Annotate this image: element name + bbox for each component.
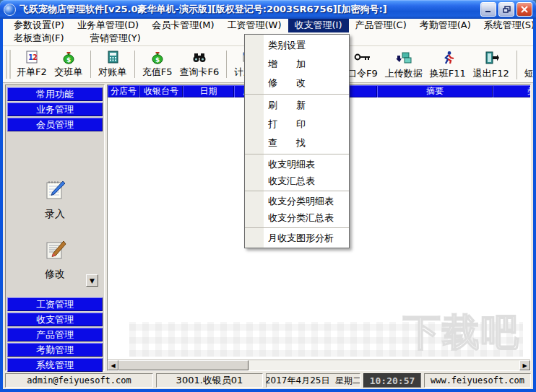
scroll-left-arrow[interactable]: ◀ <box>108 360 118 370</box>
svg-text:$: $ <box>66 56 71 64</box>
menu-row-1: 参数设置(P) 业务单管理(D) 会员卡管理(M) 工资管理(W) 收支管理(I… <box>3 19 533 32</box>
col-date[interactable]: 日期 <box>183 85 234 97</box>
sidebar-group-common[interactable]: 常用功能 <box>7 87 103 101</box>
calculator-icon <box>105 49 121 65</box>
sidebar-group-products[interactable]: 产品管理 <box>7 328 103 341</box>
income-expense-dropdown: 类别设置 增 加 修 改 刷 新 打 印 查 找 收支明细表 收支汇总表 收支分… <box>244 34 350 248</box>
horizontal-scrollbar[interactable]: ◀ ▶ <box>108 360 530 370</box>
sidebar-item-entry[interactable]: 录入 <box>43 177 67 221</box>
menu-marketing[interactable]: 营销管理(Y) <box>84 31 147 45</box>
running-person-icon <box>440 49 456 66</box>
reconcile-button[interactable]: 对账单 <box>95 48 131 81</box>
menu-item-refresh[interactable]: 刷 新 <box>245 96 349 115</box>
sms-platform-button[interactable]: 短信平台 <box>521 48 536 82</box>
menu-item-category-detail[interactable]: 收支分类明细表 <box>245 193 349 209</box>
moneybag-icon: $ <box>150 49 165 65</box>
svg-text:$: $ <box>155 56 160 64</box>
col-category[interactable]: 类别 <box>493 85 531 97</box>
minimize-icon <box>485 6 492 13</box>
minimize-button[interactable] <box>480 2 496 17</box>
menu-system[interactable]: 系统管理(S) <box>477 19 536 32</box>
menu-separator <box>245 94 349 95</box>
exit-button[interactable]: 退出F12 <box>470 48 513 82</box>
recharge-button[interactable]: $ 充值F5 <box>139 48 176 81</box>
status-bar: admin@feiyuesoft.com 3001.收银员01 2017年4月2… <box>3 372 533 389</box>
toolbar-separator <box>226 51 227 78</box>
scroll-right-arrow[interactable]: ▶ <box>519 360 530 370</box>
menu-separator <box>245 154 349 154</box>
toolbar-separator <box>90 51 91 78</box>
open-bill-button[interactable]: 12 开单F2 <box>13 48 51 81</box>
sidebar-item-label: 录入 <box>45 208 65 221</box>
upload-data-button[interactable]: 上传数据 <box>381 48 426 82</box>
sidebar-group-payroll[interactable]: 工资管理 <box>7 297 103 311</box>
sidebar-panel: 录入 修改 ▼ <box>7 132 103 297</box>
invoice-icon: 12 <box>24 49 40 65</box>
menu-item-print[interactable]: 打 印 <box>245 115 349 134</box>
menu-member-cards[interactable]: 会员卡管理(M) <box>145 19 220 32</box>
scrollbar-thumb[interactable] <box>118 360 248 370</box>
sidebar-group-system[interactable]: 系统管理 <box>7 358 103 372</box>
toolbar-separator <box>134 51 135 78</box>
change-shift-button[interactable]: 换班F11 <box>426 48 470 82</box>
close-icon <box>521 6 528 13</box>
upload-icon <box>395 49 412 66</box>
window-title: 飞跃宠物店管理软件[v25.0豪华单机-演示版][版权登记号:2003SR675… <box>20 3 478 16</box>
col-summary[interactable]: 摘要 <box>377 85 493 97</box>
menu-separator <box>245 227 349 228</box>
restore-icon <box>503 6 511 13</box>
status-cashier: 3001.收银员01 <box>156 373 263 388</box>
title-bar[interactable]: 飞跃宠物店管理软件[v25.0豪华单机-演示版][版权登记号:2003SR675… <box>0 0 536 19</box>
sidebar-more-button[interactable]: ▼ <box>86 274 98 287</box>
menu-item-summary-report[interactable]: 收支汇总表 <box>245 173 349 189</box>
menu-item-category-setup[interactable]: 类别设置 <box>245 36 349 55</box>
key-icon <box>353 49 372 66</box>
menu-products[interactable]: 产品管理(C) <box>349 19 413 32</box>
sidebar: 常用功能 业务管理 会员管理 录入 修改 <box>5 84 105 371</box>
menu-item-monthly-chart[interactable]: 月收支图形分析 <box>245 230 349 246</box>
app-window: 飞跃宠物店管理软件[v25.0豪华单机-演示版][版权登记号:2003SR675… <box>0 0 536 392</box>
exit-door-icon <box>483 49 500 66</box>
sidebar-group-business[interactable]: 业务管理 <box>7 103 103 116</box>
sidebar-group-income-expense[interactable]: 收支管理 <box>7 313 103 326</box>
menu-item-modify[interactable]: 修 改 <box>245 74 349 92</box>
notepad-pen-icon <box>43 177 67 204</box>
svg-text:2: 2 <box>33 53 38 61</box>
watermark-text: 下载吧 <box>403 308 520 358</box>
menu-separator <box>245 191 349 191</box>
restore-button[interactable] <box>498 2 514 17</box>
sidebar-group-attendance[interactable]: 考勤管理 <box>7 343 103 357</box>
toolbar-grip[interactable] <box>6 50 11 79</box>
status-clock: 10:20:57 <box>363 373 421 388</box>
scrollbar-track[interactable] <box>248 360 519 370</box>
toolbar-separator <box>516 51 517 79</box>
sidebar-group-members[interactable]: 会员管理 <box>7 118 103 131</box>
toolbar-right-group: 口令F9 上传数据 换班F11 <box>344 48 536 82</box>
binoculars-icon <box>191 49 208 65</box>
menu-item-detail-report[interactable]: 收支明细表 <box>245 156 349 173</box>
menu-income-expense[interactable]: 收支管理(I) <box>288 19 349 32</box>
query-card-button[interactable]: 查询卡F6 <box>176 48 223 81</box>
menu-item-find[interactable]: 查 找 <box>245 134 349 152</box>
menu-payroll[interactable]: 工资管理(W) <box>221 19 288 32</box>
status-date: 2017年4月25日 星期二 <box>266 373 360 388</box>
close-button[interactable] <box>516 2 532 17</box>
shift-report-button[interactable]: $ 交班单 <box>51 48 87 81</box>
menu-boss-query[interactable]: 老板查询(F) <box>7 31 71 45</box>
sidebar-item-modify[interactable]: 修改 <box>43 237 67 281</box>
app-icon <box>4 4 16 16</box>
sidebar-item-label: 修改 <box>45 268 65 281</box>
moneybag-icon: $ <box>61 49 77 65</box>
notepad-pencil-icon <box>43 237 67 263</box>
status-website: www.feiyuesoft.com <box>424 373 531 388</box>
col-branch-no[interactable]: 分店号 <box>108 85 139 97</box>
col-register-no[interactable]: 收银台号 <box>139 85 183 97</box>
menu-item-add[interactable]: 增 加 <box>245 55 349 74</box>
status-email: admin@feiyuesoft.com <box>5 373 153 388</box>
menu-attendance[interactable]: 考勤管理(A) <box>413 19 477 32</box>
menu-item-category-summary[interactable]: 收支分类汇总表 <box>245 209 349 226</box>
